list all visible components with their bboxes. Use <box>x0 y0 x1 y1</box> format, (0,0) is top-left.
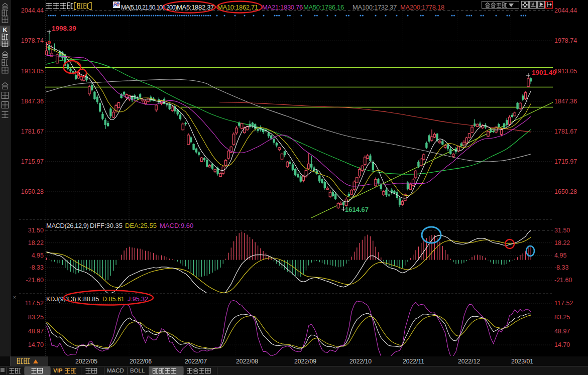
svg-text:14.70: 14.70 <box>554 341 570 348</box>
svg-text:2022/08: 2022/08 <box>236 358 258 365</box>
svg-text:1847.36: 1847.36 <box>554 98 577 105</box>
svg-text:MA5:1882.37: MA5:1882.37 <box>177 4 214 11</box>
svg-text:1781.67: 1781.67 <box>554 128 577 135</box>
svg-text:2022/06: 2022/06 <box>130 358 152 365</box>
svg-text:48.97: 48.97 <box>28 328 44 335</box>
svg-text:48.97: 48.97 <box>554 328 570 335</box>
svg-text:117.52: 117.52 <box>554 300 573 307</box>
svg-text:MA200:1778.18: MA200:1778.18 <box>400 4 444 11</box>
svg-text:1781.67: 1781.67 <box>21 128 44 135</box>
svg-text:MA100:1732.37: MA100:1732.37 <box>352 4 397 11</box>
svg-text:31.50: 31.50 <box>28 227 44 234</box>
svg-text:18.22: 18.22 <box>554 239 570 246</box>
svg-text:1978.74: 1978.74 <box>21 37 44 44</box>
svg-text:-8.33: -8.33 <box>30 264 44 271</box>
svg-text:2044.44: 2044.44 <box>554 7 577 14</box>
svg-text:-21.60: -21.60 <box>26 277 44 284</box>
svg-text:1998.39: 1998.39 <box>52 25 76 32</box>
svg-text:1913.05: 1913.05 <box>554 68 577 75</box>
svg-text:2022/05: 2022/05 <box>75 358 97 365</box>
svg-text:1715.97: 1715.97 <box>554 158 577 165</box>
svg-text:MA21:1830.76: MA21:1830.76 <box>262 4 303 11</box>
svg-text:K: K <box>3 27 7 34</box>
svg-text:DIFF:30.35: DIFF:30.35 <box>90 222 123 229</box>
svg-text:2022/12: 2022/12 <box>458 358 480 365</box>
svg-text:2022/09: 2022/09 <box>294 358 316 365</box>
svg-text:2022/07: 2022/07 <box>185 358 207 365</box>
svg-text:4.95: 4.95 <box>554 252 566 259</box>
svg-text:1614.67: 1614.67 <box>345 206 369 213</box>
svg-text:1913.05: 1913.05 <box>21 68 44 75</box>
svg-text:D:85.61: D:85.61 <box>102 296 125 303</box>
svg-text:-21.60: -21.60 <box>554 277 572 284</box>
svg-text:117.52: 117.52 <box>25 300 44 307</box>
svg-text:18.22: 18.22 <box>28 239 44 246</box>
svg-text:VIP: VIP <box>53 367 63 373</box>
svg-text:1847.36: 1847.36 <box>21 98 44 105</box>
svg-text:1978.74: 1978.74 <box>554 37 577 44</box>
svg-text:MA50:1786.16: MA50:1786.16 <box>303 4 344 11</box>
svg-text:DEA:25.55: DEA:25.55 <box>125 222 157 229</box>
svg-text:1901.49: 1901.49 <box>532 69 556 76</box>
svg-text:MACD(26,12,9): MACD(26,12,9) <box>46 222 89 229</box>
svg-text:2023/01: 2023/01 <box>511 358 533 365</box>
svg-text:1715.97: 1715.97 <box>21 158 44 165</box>
svg-text:2044.44: 2044.44 <box>21 7 44 14</box>
svg-text:14.70: 14.70 <box>28 341 44 348</box>
svg-text:-8.33: -8.33 <box>554 264 569 271</box>
svg-text:2022/11: 2022/11 <box>403 358 424 365</box>
svg-text:31.50: 31.50 <box>554 227 570 234</box>
svg-text:×: × <box>13 295 16 300</box>
svg-text:1650.28: 1650.28 <box>21 188 44 195</box>
svg-text:MACD: MACD <box>107 367 124 373</box>
svg-text:K:88.85: K:88.85 <box>77 296 99 303</box>
svg-text:1650.28: 1650.28 <box>554 188 577 195</box>
svg-text:83.25: 83.25 <box>554 314 570 321</box>
svg-text:83.25: 83.25 <box>28 314 44 321</box>
svg-text:BOLL: BOLL <box>130 367 145 373</box>
svg-text:4.95: 4.95 <box>32 252 44 259</box>
svg-text:MA10:1862.71: MA10:1862.71 <box>217 4 258 11</box>
svg-text:2022/10: 2022/10 <box>349 358 372 365</box>
svg-text:MACD:9.60: MACD:9.60 <box>160 222 193 229</box>
